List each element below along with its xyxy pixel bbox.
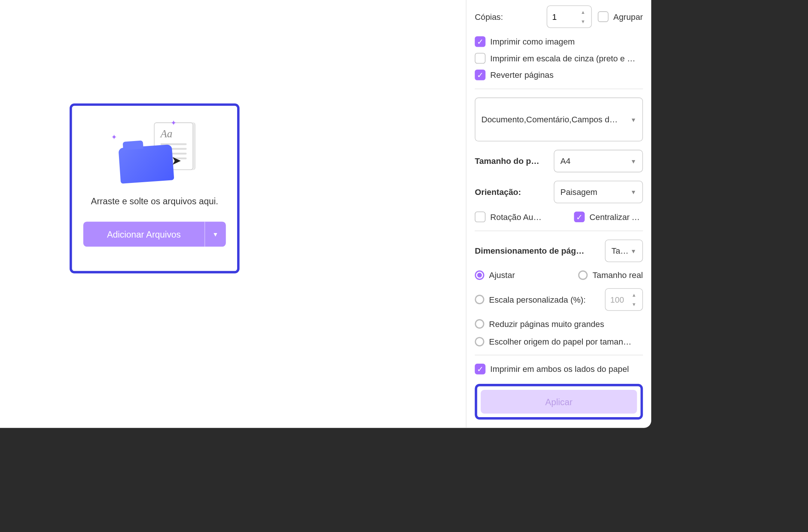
center-checkbox[interactable]: ✓Centralizar A… [574,212,643,223]
fit-radio[interactable]: Ajustar [475,270,515,280]
spinner-down-icon[interactable]: ▼ [581,19,589,24]
paper-size-value: A4 [560,156,570,166]
spinner-up-icon[interactable]: ▲ [632,292,640,297]
caret-down-icon: ▼ [630,189,636,195]
caret-down-icon: ▼ [212,231,218,237]
orientation-select[interactable]: Paisagem ▼ [554,181,643,203]
print-sidebar: ‹ Imprimir Microsoft Print to PDF ▼ Cópi… [466,0,651,428]
print-as-image-checkbox[interactable]: ✓Imprimir como imagem [475,36,643,47]
main-panel: ➤ ✦ ✦ Arraste e solte os arquivos aqui. … [0,0,466,428]
add-files-dropdown[interactable]: ▼ [205,222,226,247]
sparkle-icon: ✦ [111,133,117,141]
add-files-button[interactable]: Adicionar Arquivos ▼ [83,222,226,247]
content-area: ➤ ✦ ✦ Arraste e solte os arquivos aqui. … [0,0,651,428]
dropzone[interactable]: ➤ ✦ ✦ Arraste e solte os arquivos aqui. … [70,103,239,273]
orientation-value: Paisagem [560,187,597,196]
actual-size-radio[interactable]: Tamanho real [578,270,643,280]
dropzone-text: Arraste e solte os arquivos aqui. [91,196,218,206]
print-content-value: Documento,Comentário,Campos d… [481,115,618,124]
spinner-up-icon[interactable]: ▲ [581,9,589,15]
custom-scale-radio[interactable]: Escala personalizada (%): [475,295,585,304]
sparkle-icon: ✦ [171,119,177,127]
apply-button[interactable]: Aplicar [481,390,637,414]
copies-value: 1 [552,12,557,21]
auto-rotate-checkbox[interactable]: Rotação Auto… [475,212,544,223]
collate-checkbox[interactable]: Agrupar [598,11,643,22]
orientation-label: Orientação: [475,187,521,196]
paper-size-label: Tamanho do p… [475,156,539,166]
print-content-select[interactable]: Documento,Comentário,Campos d… ▼ [475,98,643,142]
grayscale-checkbox[interactable]: Imprimir em escala de cinza (preto e … [475,53,643,64]
dropzone-illustration: ➤ ✦ ✦ [110,120,199,186]
caret-down-icon: ▼ [630,158,636,164]
paper-size-select[interactable]: A4 ▼ [554,150,643,172]
paper-source-radio[interactable]: Escolher origem do papel por taman… [475,337,643,346]
copies-input[interactable]: 1 ▲▼ [547,5,592,28]
scaling-label: Dimensionamento de pág… [475,246,584,256]
caret-down-icon: ▼ [630,248,636,254]
cursor-icon: ➤ [171,153,181,168]
caret-down-icon: ▼ [630,116,636,123]
spinner-down-icon[interactable]: ▼ [632,302,640,307]
add-files-label: Adicionar Arquivos [83,229,205,239]
reverse-pages-checkbox[interactable]: ✓Reverter páginas [475,70,643,80]
shrink-radio[interactable]: Reduzir páginas muito grandes [475,319,643,328]
copies-label: Cópias: [475,12,503,21]
duplex-checkbox[interactable]: ✓Imprimir em ambos os lados do papel [475,364,643,374]
custom-scale-input[interactable]: 100 ▲▼ [605,288,643,311]
scaling-value: Ta… [612,246,629,256]
custom-scale-value: 100 [610,295,624,304]
scaling-select[interactable]: Ta… ▼ [605,239,643,262]
